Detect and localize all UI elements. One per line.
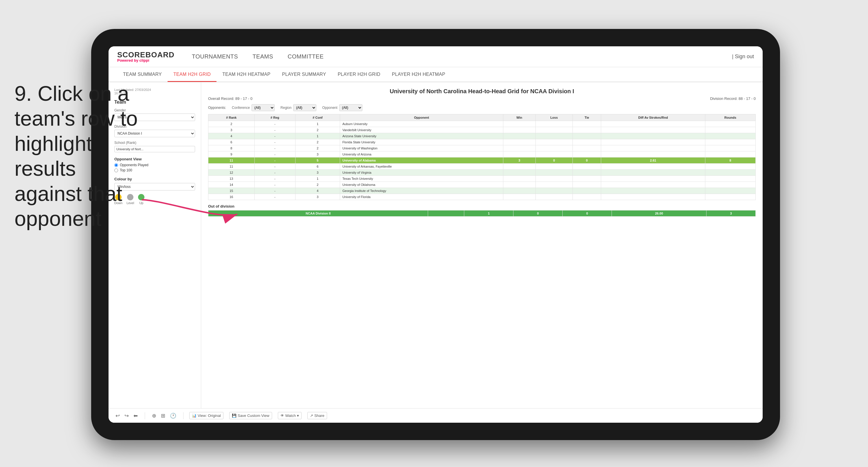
tab-player-h2h-heatmap[interactable]: PLAYER H2H HEATMAP [386,67,451,82]
cell-reg: - [254,188,295,194]
nav-tournaments[interactable]: TOURNAMENTS [192,53,238,60]
cell-win [503,121,535,127]
table-row[interactable]: 12 - 3 University of Virginia [208,170,756,176]
out-of-division-row[interactable]: NCAA Division II 1 0 0 26.00 3 [208,210,756,216]
table-row[interactable]: 8 - 2 University of Washington [208,145,756,151]
filter-row: Opponents: Conference (All) Region (All) [208,104,756,111]
cell-rank: 16 [208,194,255,200]
top-nav: SCOREBOARD Powered by clippi TOURNAMENTS… [108,46,763,67]
cell-tie [572,133,601,139]
save-custom-button[interactable]: 💾 Save Custom View [229,412,272,419]
cell-opponent: University of Arizona [340,151,503,157]
cell-win: 3 [503,157,535,164]
cell-rounds [705,170,755,176]
cell-opponent: University of Arkansas, Fayetteville [340,164,503,170]
grid-title: University of North Carolina Head-to-Hea… [208,88,756,95]
watch-button[interactable]: 👁 Watch ▾ [278,412,302,419]
cell-tie [572,194,601,200]
table-row[interactable]: 2 - 1 Auburn University [208,121,756,127]
ood-label: NCAA Division II [208,210,428,216]
table-row[interactable]: 6 - 2 Florida State University [208,139,756,145]
cell-loss [535,145,572,151]
cell-loss [535,151,572,157]
share-button[interactable]: ↗ Share [307,412,327,419]
cell-reg: - [254,127,295,133]
redo-button[interactable]: ↪ [123,412,130,419]
table-row[interactable]: 9 - 3 University of Arizona [208,151,756,157]
col-conf: # Conf [295,114,340,121]
cell-conf: 2 [295,127,340,133]
cell-diff [601,194,705,200]
overall-record: Overall Record: 89 - 17 - 0 [208,96,252,101]
region-select[interactable]: (All) [293,104,316,111]
cell-rank: 8 [208,145,255,151]
table-row[interactable]: 15 - 4 Georgia Institute of Technology [208,188,756,194]
ood-loss: 0 [514,210,563,216]
cell-reg: - [254,164,295,170]
cell-reg: - [254,151,295,157]
table-header-row: # Rank # Reg # Conf Opponent Win Loss Ti… [208,114,756,121]
tab-team-h2h-grid[interactable]: TEAM H2H GRID [167,67,216,82]
cell-conf: 1 [295,121,340,127]
col-tie: Tie [572,114,601,121]
grid-records: Overall Record: 89 - 17 - 0 Division Rec… [208,96,756,101]
col-rounds: Rounds [705,114,755,121]
cell-loss [535,139,572,145]
tab-player-summary[interactable]: PLAYER SUMMARY [276,67,332,82]
cell-reg: - [254,157,295,164]
undo-button[interactable]: ↩ [114,412,121,419]
table-row[interactable]: 11 - 5 University of Alabama 3 0 0 2.61 … [208,157,756,164]
opponent-select[interactable]: (All) [339,104,362,111]
cell-win [503,139,535,145]
view-original-button[interactable]: 📊 View: Original [189,412,223,419]
cell-win [503,170,535,176]
cell-tie: 0 [572,157,601,164]
cell-tie [572,145,601,151]
nav-committee[interactable]: COMMITTEE [288,53,324,60]
cell-diff [601,145,705,151]
cell-rounds [705,151,755,157]
opponent-label: Opponent [322,106,338,110]
tab-player-h2h-grid[interactable]: PLAYER H2H GRID [332,67,386,82]
table-row[interactable]: 3 - 2 Vanderbilt University [208,127,756,133]
cell-opponent: Georgia Institute of Technology [340,188,503,194]
cell-conf: 3 [295,151,340,157]
table-row[interactable]: 4 - 1 Arizona State University [208,133,756,139]
back-button[interactable]: ⬅ [132,412,139,419]
cell-diff [601,127,705,133]
table-row[interactable]: 13 - 1 Texas Tech University [208,176,756,182]
cell-tie [572,188,601,194]
nav-teams[interactable]: TEAMS [252,53,273,60]
cell-opponent: University of Alabama [340,157,503,164]
cell-diff [601,121,705,127]
table-row[interactable]: 16 - 3 University of Florida [208,194,756,200]
sign-out-link[interactable]: | Sign out [732,54,754,60]
cell-conf: 1 [295,133,340,139]
select-button[interactable]: ⊞ [160,412,166,419]
table-row[interactable]: 11 - 6 University of Arkansas, Fayettevi… [208,164,756,170]
ood-tie: 0 [563,210,612,216]
cell-rounds [705,188,755,194]
zoom-button[interactable]: ⊕ [151,412,157,419]
conference-select[interactable]: (All) [251,104,275,111]
cell-tie [572,176,601,182]
cell-diff [601,164,705,170]
scene: 9. Click on a team's row to highlight re… [0,0,868,467]
tab-team-h2h-heatmap[interactable]: TEAM H2H HEATMAP [216,67,276,82]
cell-loss: 0 [535,157,572,164]
cell-rank: 9 [208,151,255,157]
out-of-division-header: Out of division [208,204,756,208]
cell-reg: - [254,176,295,182]
cell-rank: 2 [208,121,255,127]
cell-rounds [705,127,755,133]
tab-team-summary[interactable]: TEAM SUMMARY [117,67,167,82]
cell-diff [601,188,705,194]
table-row[interactable]: 14 - 2 University of Oklahoma [208,182,756,188]
instruction-text: 9. Click on a team's row to highlight re… [14,81,148,231]
cell-conf: 1 [295,176,340,182]
cell-conf: 2 [295,182,340,188]
cell-rounds [705,182,755,188]
cell-loss [535,188,572,194]
ood-diff: 26.00 [612,210,706,216]
view-controls: ⊕ ⊞ 🕐 [151,412,178,419]
